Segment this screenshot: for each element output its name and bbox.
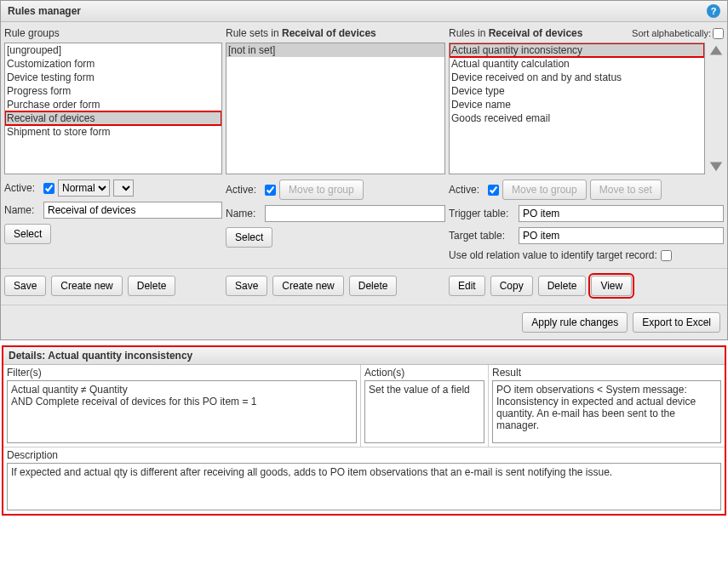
rule-sets-panel: Rule sets in Receival of devices [not in… [226, 26, 445, 261]
actions-box[interactable]: Set the value of a field [364, 380, 484, 443]
copy-button[interactable]: Copy [490, 276, 533, 296]
action-button-rows: Save Create new Delete Save Create new D… [1, 268, 727, 299]
footer-bar: Apply rule changes Export to Excel [1, 305, 727, 339]
apply-rule-changes-button[interactable]: Apply rule changes [522, 312, 628, 333]
list-item[interactable]: Device name [450, 98, 704, 111]
list-item[interactable]: Device received on and by and status [450, 71, 704, 84]
target-table-label: Target table: [449, 230, 515, 242]
move-up-icon[interactable] [708, 44, 724, 60]
result-box[interactable]: PO item observations < System message: I… [492, 380, 721, 443]
rule-groups-list[interactable]: [ungrouped] Customization form Device te… [4, 43, 222, 174]
rule-sets-header: Rule sets in Receival of devices [226, 26, 445, 43]
window-title: Rules manager [8, 5, 81, 17]
active-checkbox[interactable] [43, 183, 54, 194]
active-label: Active: [449, 184, 484, 196]
list-item[interactable]: Device type [450, 84, 704, 98]
help-icon[interactable]: ? [707, 4, 720, 18]
old-relation-checkbox[interactable] [661, 250, 672, 261]
list-item-selected[interactable]: Receival of devices [5, 111, 221, 125]
export-to-excel-button[interactable]: Export to Excel [633, 312, 720, 333]
old-relation-label: Use old relation value to identify targe… [449, 249, 657, 261]
rules-list[interactable]: Actual quantity inconsistency Actual qua… [449, 43, 705, 174]
active-checkbox[interactable] [265, 185, 276, 196]
move-to-group-button[interactable]: Move to group [502, 180, 587, 200]
list-item[interactable]: Goods received email [450, 111, 704, 125]
move-to-group-button[interactable]: Move to group [279, 180, 364, 200]
save-button[interactable]: Save [226, 276, 267, 296]
list-item[interactable]: Actual quantity calculation [450, 57, 704, 71]
set-name-input[interactable] [265, 205, 445, 222]
move-down-icon[interactable] [708, 157, 724, 173]
trigger-table-label: Trigger table: [449, 208, 515, 219]
active-checkbox[interactable] [488, 185, 499, 196]
details-panel: Details: Actual quantity inconsistency F… [2, 345, 726, 516]
target-table-input[interactable] [519, 227, 724, 244]
active-label: Active: [4, 182, 40, 194]
rule-groups-panel: Rule groups [ungrouped] Customization fo… [4, 26, 222, 261]
list-item[interactable]: Shipment to store form [5, 125, 221, 139]
view-button[interactable]: View [591, 276, 632, 296]
list-item[interactable]: Purchase order form [5, 98, 221, 111]
rule-sets-list[interactable]: [not in set] [226, 43, 445, 174]
active-label: Active: [226, 184, 261, 196]
filters-box[interactable]: Actual quantity ≠ Quantity AND Complete … [7, 380, 357, 443]
list-item[interactable]: Customization form [5, 57, 221, 71]
description-label: Description [3, 447, 725, 463]
filters-label: Filter(s) [3, 365, 360, 380]
rules-manager-window: Rules manager ? Rule groups [ungrouped] … [0, 0, 728, 340]
list-item[interactable]: [ungrouped] [5, 43, 221, 57]
trigger-table-input[interactable] [519, 205, 724, 222]
delete-button[interactable]: Delete [128, 276, 176, 296]
create-new-button[interactable]: Create new [51, 276, 122, 296]
list-item-selected[interactable]: [not in set] [226, 43, 444, 57]
result-label: Result [489, 365, 725, 380]
select-button[interactable]: Select [226, 227, 272, 248]
main-panels: Rule groups [ungrouped] Customization fo… [1, 22, 727, 265]
description-box[interactable]: If expected and actual qty is different … [7, 463, 721, 510]
group-name-input[interactable] [43, 202, 222, 219]
rules-header: Rules in Receival of devices Sort alphab… [449, 26, 724, 43]
details-header: Details: Actual quantity inconsistency [3, 347, 725, 365]
edit-button[interactable]: Edit [449, 276, 485, 296]
group-mode-select[interactable]: Normal [58, 180, 110, 197]
name-label: Name: [226, 208, 261, 219]
group-extra-select[interactable] [113, 180, 134, 197]
list-item[interactable]: Progress form [5, 84, 221, 98]
save-button[interactable]: Save [4, 276, 46, 296]
name-label: Name: [4, 204, 40, 216]
list-item[interactable]: Device testing form [5, 71, 221, 84]
titlebar: Rules manager ? [1, 1, 727, 22]
list-item-selected[interactable]: Actual quantity inconsistency [450, 43, 704, 57]
delete-button[interactable]: Delete [349, 276, 398, 296]
sort-checkbox[interactable] [713, 28, 724, 39]
move-to-set-button[interactable]: Move to set [590, 180, 662, 200]
delete-button[interactable]: Delete [538, 276, 587, 296]
sort-label: Sort alphabetically: [632, 28, 711, 38]
rule-groups-header: Rule groups [4, 26, 222, 43]
rules-panel: Rules in Receival of devices Sort alphab… [449, 26, 724, 261]
select-button[interactable]: Select [4, 224, 51, 244]
create-new-button[interactable]: Create new [272, 276, 343, 296]
actions-label: Action(s) [361, 365, 488, 380]
